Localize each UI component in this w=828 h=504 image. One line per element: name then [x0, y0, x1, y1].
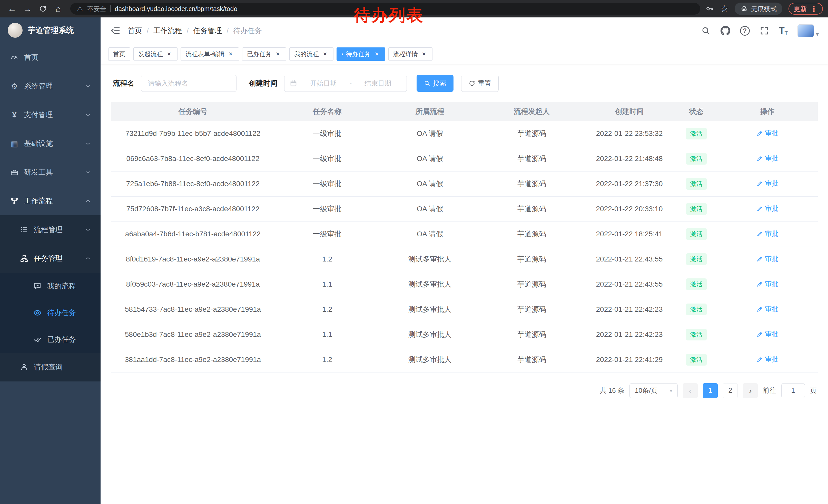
not-secure-warning-icon: ⚠: [77, 5, 83, 13]
approve-link[interactable]: 审批: [756, 179, 779, 188]
cell-task-id: 580e1b3d-7ac8-11ec-a9e2-a2380e71991a: [111, 322, 275, 347]
cell-task-id: 75d72608-7b7f-11ec-a3c8-acde48001122: [111, 196, 275, 222]
sidebar-item-label: 工作流程: [24, 196, 53, 206]
breadcrumb-item-current: 待办任务: [233, 26, 262, 36]
browser-update-button[interactable]: 更新 ⋮: [788, 3, 823, 15]
pagination: 共 16 条 10条/页 ▾ ‹ 1 2 › 前往 页: [112, 383, 817, 398]
tab-form-edit[interactable]: 流程表单-编辑 ×: [180, 47, 239, 61]
cell-create-time: 2022-01-21 22:42:23: [583, 322, 676, 347]
cell-actions: 审批: [717, 222, 818, 246]
approve-link[interactable]: 审批: [756, 204, 779, 213]
filter-bar: 流程名 创建时间 开始日期 - 结束日期 搜索 重置: [100, 64, 828, 93]
tab-home[interactable]: 首页: [108, 47, 130, 61]
page-size-value: 10条/页: [635, 386, 657, 395]
reset-button-label: 重置: [478, 79, 491, 88]
tab-my-process[interactable]: 我的流程 ×: [289, 47, 333, 61]
close-icon[interactable]: ×: [373, 50, 380, 58]
search-icon[interactable]: [701, 26, 711, 36]
tab-process-detail[interactable]: 流程详情 ×: [388, 47, 432, 61]
gear-icon: ⚙: [9, 82, 19, 91]
home-button[interactable]: ⌂: [51, 2, 65, 16]
breadcrumb-item-home[interactable]: 首页: [128, 26, 142, 36]
cell-process: 测试多审批人: [379, 297, 481, 322]
tab-done-tasks[interactable]: 已办任务 ×: [242, 47, 286, 61]
reload-button[interactable]: [36, 2, 50, 16]
cell-status: 激活: [676, 322, 717, 347]
tab-todo-tasks[interactable]: ● 待办任务 ×: [336, 47, 385, 61]
approve-link[interactable]: 审批: [756, 355, 779, 364]
breadcrumb-item-task-management[interactable]: 任务管理: [194, 26, 222, 36]
sidebar-item-home[interactable]: 首页: [0, 43, 100, 72]
sidebar-item-payment-management[interactable]: ¥ 支付管理: [0, 100, 100, 129]
date-range-picker[interactable]: 开始日期 - 结束日期: [284, 75, 407, 92]
approve-link[interactable]: 审批: [756, 330, 779, 339]
sidebar-item-leave-query[interactable]: 请假查询: [0, 353, 100, 381]
user-menu[interactable]: ▾: [797, 25, 819, 37]
top-header: 首页 / 工作流程 / 任务管理 / 待办任务 ? TT ▾: [100, 17, 828, 44]
sidebar-item-label: 已办任务: [47, 334, 76, 344]
process-name-input[interactable]: [141, 75, 237, 92]
page-unit-label: 页: [810, 386, 817, 395]
date-range-separator: -: [349, 80, 352, 87]
font-size-icon[interactable]: TT: [779, 26, 788, 35]
approve-link[interactable]: 审批: [756, 129, 779, 138]
sidebar: 芋道管理系统 首页 ⚙ 系统管理 ¥ 支付管理 ▦ 基础设施: [0, 17, 100, 504]
cell-status: 激活: [676, 196, 717, 222]
page-number-2[interactable]: 2: [723, 383, 738, 398]
next-page-button[interactable]: ›: [743, 383, 758, 398]
close-icon[interactable]: ×: [420, 50, 427, 58]
user-avatar[interactable]: [797, 25, 814, 37]
back-button[interactable]: ←: [5, 2, 19, 16]
close-icon[interactable]: ×: [274, 50, 281, 58]
cell-task-name: 1.2: [275, 297, 379, 322]
goto-page-input[interactable]: [781, 383, 805, 398]
sidebar-item-process-management[interactable]: 流程管理: [0, 215, 100, 244]
menu-kebab-icon[interactable]: ⋮: [810, 4, 818, 13]
github-icon[interactable]: [720, 26, 730, 36]
approve-link[interactable]: 审批: [756, 254, 779, 263]
approve-label: 审批: [765, 305, 779, 314]
sidebar-item-infrastructure[interactable]: ▦ 基础设施: [0, 129, 100, 158]
sidebar-item-label: 流程管理: [34, 225, 63, 235]
tab-label: 我的流程: [294, 50, 319, 58]
search-button[interactable]: 搜索: [417, 75, 454, 92]
sidebar-item-workflow[interactable]: 工作流程: [0, 187, 100, 215]
sidebar-item-system-management[interactable]: ⚙ 系统管理: [0, 72, 100, 100]
sidebar-item-done-tasks[interactable]: 已办任务: [0, 326, 100, 353]
tab-label: 流程详情: [393, 50, 418, 58]
cell-status: 激活: [676, 121, 717, 146]
fullscreen-icon[interactable]: [759, 26, 769, 36]
sidebar-collapse-icon[interactable]: [110, 25, 121, 36]
close-icon[interactable]: ×: [321, 50, 329, 58]
sidebar-item-my-process[interactable]: 我的流程: [0, 273, 100, 300]
status-badge: 激活: [686, 253, 707, 265]
sidebar-item-todo-tasks[interactable]: 待办任务: [0, 300, 100, 326]
prev-page-button[interactable]: ‹: [683, 383, 698, 398]
breadcrumb-item-workflow[interactable]: 工作流程: [153, 26, 182, 36]
page-number-1[interactable]: 1: [703, 383, 718, 398]
sidebar-item-dev-tools[interactable]: 研发工具: [0, 158, 100, 187]
approve-link[interactable]: 审批: [756, 154, 779, 163]
chevron-down-icon: [85, 140, 91, 147]
bookmark-star-icon[interactable]: ☆: [720, 3, 729, 14]
approve-label: 审批: [765, 279, 779, 288]
sidebar-item-task-management[interactable]: 任务管理: [0, 244, 100, 273]
approve-link[interactable]: 审批: [756, 305, 779, 314]
not-secure-label: 不安全: [87, 5, 106, 13]
tab-start-process[interactable]: 发起流程 ×: [133, 47, 177, 61]
close-icon[interactable]: ×: [165, 50, 173, 58]
app-title: 芋道管理系统: [28, 25, 74, 36]
reset-button[interactable]: 重置: [461, 75, 499, 92]
cell-process: 测试多审批人: [379, 347, 481, 372]
close-icon[interactable]: ×: [227, 50, 234, 58]
table-row: 8f059c03-7ac8-11ec-a9e2-a2380e71991a 1.1…: [111, 272, 818, 297]
approve-link[interactable]: 审批: [756, 279, 779, 288]
password-key-icon[interactable]: [705, 4, 714, 13]
forward-button[interactable]: →: [20, 2, 34, 16]
page-size-select[interactable]: 10条/页 ▾: [629, 383, 678, 398]
chrome-right-controls: ☆ 无痕模式 更新 ⋮: [705, 3, 823, 15]
cell-create-time: 2022-01-21 22:43:55: [583, 246, 676, 272]
help-icon[interactable]: ?: [740, 26, 750, 36]
approve-link[interactable]: 审批: [756, 229, 779, 238]
start-date-placeholder: 开始日期: [300, 79, 347, 88]
